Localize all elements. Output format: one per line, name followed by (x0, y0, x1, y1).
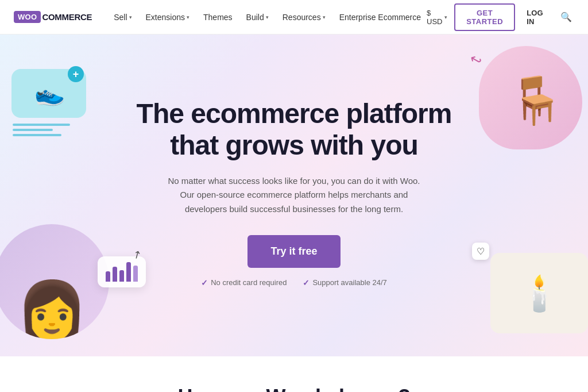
try-free-button[interactable]: Try it free (247, 235, 340, 268)
navbar: WOO COMMERCE Sell ▾ Extensions ▾ Themes … (0, 0, 588, 34)
chevron-down-icon: ▾ (444, 14, 447, 20)
get-started-button[interactable]: GET STARTED (454, 3, 515, 31)
currency-selector[interactable]: $ USD ▾ (427, 9, 447, 26)
nav-item-resources[interactable]: Resources ▾ (277, 9, 331, 25)
curve-arrow-icon: ↩ (467, 50, 485, 70)
candle-card: 🕯️ (490, 253, 588, 333)
chevron-down-icon: ▾ (323, 14, 326, 20)
logo-woo: WOO (14, 11, 41, 23)
hero-right-decorations: ↩ 🪑 ♡ 🕯️ (462, 34, 588, 356)
shoe-image: 👟 (32, 77, 66, 110)
hero-checks: ✓ No credit card required ✓ Support avai… (133, 278, 455, 287)
chair-card: 🪑 (490, 52, 582, 149)
line-3 (13, 134, 61, 136)
check-support: ✓ Support available 24/7 (303, 278, 386, 287)
nav-right: $ USD ▾ GET STARTED LOG IN 🔍 (427, 3, 574, 31)
nav-item-sell[interactable]: Sell ▾ (108, 9, 137, 25)
nav-item-themes[interactable]: Themes (198, 9, 238, 25)
chevron-down-icon: ▾ (187, 14, 189, 20)
line-1 (13, 124, 70, 126)
logo-commerce: COMMERCE (42, 12, 92, 22)
hero-center-content: The ecommerce platform that grows with y… (133, 98, 455, 287)
hero-title: The ecommerce platform that grows with y… (133, 98, 455, 161)
shoe-lines (13, 124, 70, 136)
chevron-down-icon: ▾ (129, 14, 132, 20)
logo[interactable]: WOO COMMERCE (14, 11, 92, 23)
chair-image: 🪑 (508, 74, 565, 128)
hero-left-decorations: 👟 + 👩 ↗ (0, 34, 126, 356)
nav-item-extensions[interactable]: Extensions ▾ (140, 9, 195, 25)
nav-items: Sell ▾ Extensions ▾ Themes Build ▾ Resou… (108, 9, 427, 25)
heart-icon: ♡ (477, 246, 485, 257)
how-section: How can Woo help you? (0, 356, 588, 392)
candle-image: 🕯️ (518, 273, 561, 314)
search-icon[interactable]: 🔍 (558, 9, 574, 25)
bar-2 (113, 267, 117, 282)
check-icon: ✓ (201, 278, 208, 287)
nav-item-enterprise[interactable]: Enterprise Ecommerce (334, 9, 427, 25)
woman-circle: 👩 (0, 224, 109, 339)
chevron-down-icon: ▾ (266, 14, 269, 20)
login-button[interactable]: LOG IN (522, 5, 551, 29)
bar-3 (119, 270, 124, 282)
nav-item-build[interactable]: Build ▾ (241, 9, 274, 25)
heart-badge: ♡ (472, 243, 489, 260)
plus-badge: + (68, 66, 84, 82)
how-title: How can Woo help you? (0, 385, 588, 392)
bar-1 (106, 271, 110, 282)
hero-subtitle: No matter what success looks like for yo… (162, 174, 426, 217)
check-icon: ✓ (303, 278, 310, 287)
hero-section: 👟 + 👩 ↗ The ecommerce platform that grow… (0, 34, 588, 356)
check-no-cc: ✓ No credit card required (201, 278, 287, 287)
bar-4 (126, 262, 131, 282)
woman-image: 👩 (16, 277, 88, 339)
line-2 (13, 129, 53, 131)
